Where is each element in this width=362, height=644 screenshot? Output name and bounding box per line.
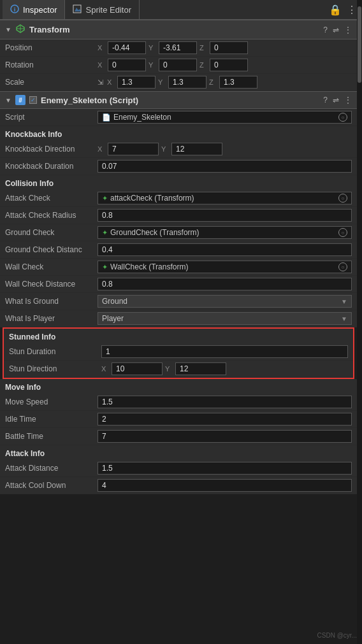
script-row: Script 📄 Enemy_Skeleton ○ <box>0 109 357 126</box>
rotation-y-input[interactable] <box>159 59 197 71</box>
wall-check-ref-picker[interactable]: ○ <box>338 262 347 271</box>
rotation-x-input[interactable] <box>108 59 146 71</box>
transform-settings-icon[interactable]: ⇌ <box>333 25 339 34</box>
wall-check-name: WallCheck (Transform) <box>110 262 188 271</box>
move-speed-value <box>98 396 352 408</box>
wall-check-value: ✦ WallCheck (Transform) ○ <box>98 261 352 273</box>
attack-check-radius-value <box>98 209 352 222</box>
position-x-input[interactable] <box>108 41 146 54</box>
attack-cool-down-row: Attack Cool Down <box>0 477 357 494</box>
wall-check-distance-input[interactable] <box>98 278 352 290</box>
move-info-row: Move Info <box>0 379 357 394</box>
stun-direction-x-label: X <box>101 365 109 373</box>
stun-direction-x-input[interactable] <box>112 362 163 375</box>
transform-collapse-arrow: ▼ <box>5 26 11 33</box>
enemy-skeleton-enable-checkbox[interactable]: ✓ <box>29 96 37 104</box>
tab-sprite-editor[interactable]: Sprite Editor <box>65 0 140 19</box>
ground-check-distance-input[interactable] <box>98 243 352 256</box>
what-is-player-dropdown-arrow: ▼ <box>341 315 347 322</box>
wall-check-label: Wall Check <box>5 262 98 271</box>
position-row: Position X Y Z <box>0 39 357 57</box>
scale-z-input[interactable] <box>219 76 257 89</box>
attack-check-icon: ✦ <box>102 194 108 203</box>
attack-check-radius-row: Attack Check Radius <box>0 207 357 224</box>
knockback-duration-label: Knockback Duration <box>5 162 98 171</box>
stun-direction-label: Stun Direction <box>9 364 101 373</box>
what-is-ground-label: What Is Ground <box>5 297 98 306</box>
what-is-ground-value: Ground ▼ <box>98 295 352 308</box>
enemy-skeleton-collapse-arrow: ▼ <box>5 97 11 104</box>
enemy-skeleton-help-icon[interactable]: ? <box>323 96 328 104</box>
battle-time-row: Battle Time <box>0 428 357 445</box>
stun-direction-value: X Y <box>101 362 348 375</box>
what-is-player-row: What Is Player Player ▼ <box>0 310 357 327</box>
stun-duration-input[interactable] <box>101 345 348 358</box>
enemy-skeleton-settings-icon[interactable]: ⇌ <box>333 96 339 104</box>
knockback-direction-y-input[interactable] <box>171 143 222 155</box>
attack-distance-input[interactable] <box>98 462 352 475</box>
position-y-label: Y <box>148 44 156 52</box>
knockback-duration-value <box>98 160 352 173</box>
attack-check-object-ref[interactable]: ✦ attackCheck (Transform) ○ <box>98 192 352 204</box>
position-z-input[interactable] <box>210 41 248 54</box>
attack-check-ref-picker[interactable]: ○ <box>338 194 347 203</box>
attack-check-radius-label: Attack Check Radius <box>5 211 98 220</box>
move-speed-input[interactable] <box>98 396 352 408</box>
stun-direction-y-input[interactable] <box>175 362 226 375</box>
attack-check-row: Attack Check ✦ attackCheck (Transform) ○ <box>0 190 357 207</box>
what-is-ground-dropdown[interactable]: Ground ▼ <box>98 295 352 308</box>
scale-y-input[interactable] <box>168 76 206 89</box>
ground-check-distance-value <box>98 243 352 256</box>
position-y-input[interactable] <box>159 41 197 54</box>
attack-distance-label: Attack Distance <box>5 464 98 473</box>
ground-check-object-ref[interactable]: ✦ GroundCheck (Transform) ○ <box>98 226 352 239</box>
battle-time-label: Battle Time <box>5 432 98 441</box>
attack-distance-row: Attack Distance <box>0 460 357 477</box>
enemy-skeleton-more-icon[interactable]: ⋮ <box>344 96 352 104</box>
scale-label: Scale <box>5 78 98 87</box>
what-is-ground-row: What Is Ground Ground ▼ <box>0 293 357 310</box>
knockback-info-label: Knockback Info <box>5 130 62 139</box>
position-label: Position <box>5 43 98 52</box>
what-is-ground-dropdown-arrow: ▼ <box>341 298 347 305</box>
knockback-duration-input[interactable] <box>98 160 352 173</box>
knockback-direction-value: X Y <box>98 143 352 155</box>
idle-time-input[interactable] <box>98 413 352 426</box>
inspector-tab-label: Inspector <box>23 5 57 15</box>
ground-check-ref-picker[interactable]: ○ <box>338 228 347 237</box>
scale-x-input[interactable] <box>117 76 156 89</box>
attack-info-row: Attack Info <box>0 445 357 460</box>
inspector-content: ▼ Transform ? ⇌ ⋮ Position X Y <box>0 20 357 494</box>
lock-icon[interactable]: 🔒 <box>329 4 342 16</box>
tab-inspector[interactable]: i Inspector <box>3 0 65 19</box>
ground-check-icon: ✦ <box>102 229 108 237</box>
rotation-z-input[interactable] <box>210 59 248 71</box>
ground-check-label: Ground Check <box>5 228 98 237</box>
transform-component-icon <box>15 24 25 36</box>
scale-y-label: Y <box>158 78 166 86</box>
transform-more-icon[interactable]: ⋮ <box>344 25 352 34</box>
more-options-icon[interactable]: ⋮ <box>347 4 357 16</box>
transform-section-header[interactable]: ▼ Transform ? ⇌ ⋮ <box>0 20 357 39</box>
stunned-info-label: Stunned Info <box>9 333 55 341</box>
attack-cool-down-value <box>98 479 352 492</box>
scale-value: ⇲ X Y Z <box>98 76 352 89</box>
what-is-player-dropdown[interactable]: Player ▼ <box>98 312 352 325</box>
enemy-skeleton-section-header[interactable]: ▼ # ✓ Enemy_Skeleton (Script) ? ⇌ ⋮ <box>0 91 357 109</box>
idle-time-label: Idle Time <box>5 415 98 424</box>
collision-info-row: Collision Info <box>0 175 357 190</box>
stun-duration-value <box>101 345 348 358</box>
scrollbar-thumb[interactable] <box>358 6 361 83</box>
script-ref-picker[interactable]: ○ <box>338 113 347 122</box>
move-info-label: Move Info <box>5 383 41 392</box>
attack-cool-down-input[interactable] <box>98 479 352 492</box>
knockback-direction-x-input[interactable] <box>108 143 159 155</box>
rotation-x-label: X <box>98 61 105 69</box>
attack-check-name: attackCheck (Transform) <box>110 194 194 203</box>
script-object-ref[interactable]: 📄 Enemy_Skeleton ○ <box>98 111 352 124</box>
enemy-skeleton-section-icons: ? ⇌ ⋮ <box>323 96 352 104</box>
attack-check-radius-input[interactable] <box>98 209 352 222</box>
battle-time-input[interactable] <box>98 430 352 443</box>
wall-check-object-ref[interactable]: ✦ WallCheck (Transform) ○ <box>98 261 352 273</box>
transform-help-icon[interactable]: ? <box>323 25 328 34</box>
